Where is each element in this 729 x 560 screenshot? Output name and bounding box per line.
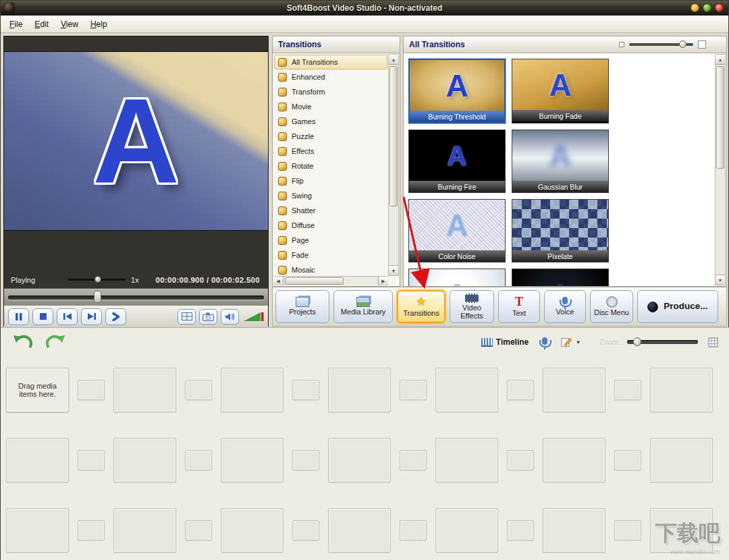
clip-slot[interactable] bbox=[543, 508, 605, 553]
clip-slot[interactable] bbox=[6, 508, 69, 553]
transition-slot[interactable] bbox=[614, 520, 641, 540]
gallery-scroll-thumb[interactable] bbox=[716, 66, 724, 169]
fullscreen-button[interactable] bbox=[178, 309, 196, 325]
category-transform[interactable]: Transform bbox=[274, 84, 387, 99]
gallery-zoom-slider[interactable] bbox=[629, 43, 693, 46]
category-games[interactable]: Games bbox=[274, 114, 387, 129]
scroll-up-icon[interactable]: ▲ bbox=[389, 55, 398, 65]
tab-text[interactable]: TText bbox=[498, 290, 540, 323]
category-h-scrollbar[interactable]: ◀ ▶ bbox=[273, 276, 388, 285]
category-shatter[interactable]: Shatter bbox=[274, 203, 387, 218]
category-puzzle[interactable]: Puzzle bbox=[274, 129, 387, 144]
transition-slot[interactable] bbox=[507, 520, 534, 540]
drag-media-hint[interactable]: Drag media items here. bbox=[6, 368, 69, 412]
clip-slot[interactable] bbox=[435, 368, 498, 412]
clip-slot[interactable] bbox=[543, 368, 605, 412]
menu-help[interactable]: Help bbox=[84, 17, 113, 32]
timeline-toggle-button[interactable]: Timeline bbox=[478, 335, 532, 349]
clip-slot[interactable] bbox=[650, 508, 713, 553]
pause-button[interactable] bbox=[8, 308, 29, 325]
tab-transitions[interactable]: ★Transitions bbox=[397, 290, 446, 323]
transition-slot[interactable] bbox=[185, 450, 212, 470]
transition-slot[interactable] bbox=[185, 520, 212, 540]
close-button[interactable] bbox=[715, 3, 724, 12]
clip-slot[interactable] bbox=[6, 438, 69, 482]
minimize-button[interactable] bbox=[691, 3, 699, 12]
skip-back-button[interactable] bbox=[57, 308, 78, 325]
transition-slot[interactable] bbox=[78, 450, 105, 470]
transition-tile-burning-fade[interactable]: ABurning Fade bbox=[512, 59, 609, 123]
speed-slider-thumb[interactable] bbox=[94, 276, 101, 283]
scroll-right-icon[interactable]: ▶ bbox=[378, 277, 388, 285]
zoom-out-icon[interactable] bbox=[619, 42, 624, 47]
scroll-down-icon[interactable]: ▼ bbox=[716, 275, 725, 285]
category-movie[interactable]: Movie bbox=[274, 99, 387, 114]
redo-button[interactable] bbox=[43, 332, 70, 352]
transition-slot[interactable] bbox=[614, 450, 641, 470]
gallery-zoom-thumb[interactable] bbox=[679, 40, 686, 48]
titlebar[interactable]: Soft4Boost Video Studio - Non-activated bbox=[1, 1, 728, 16]
timeline-zoom-thumb[interactable] bbox=[633, 337, 641, 346]
transition-slot[interactable] bbox=[400, 520, 427, 540]
next-scene-button[interactable] bbox=[105, 308, 126, 325]
category-h-scroll-thumb[interactable] bbox=[285, 277, 344, 285]
tab-voice[interactable]: Voice bbox=[544, 290, 586, 323]
mute-button[interactable] bbox=[221, 309, 239, 325]
transition-slot[interactable] bbox=[292, 450, 319, 470]
transition-slot[interactable] bbox=[292, 380, 319, 400]
scroll-left-icon[interactable]: ◀ bbox=[273, 277, 284, 285]
menu-file[interactable]: File bbox=[3, 17, 28, 32]
dropdown-arrow-icon[interactable]: ▾ bbox=[576, 339, 580, 345]
menu-view[interactable]: View bbox=[55, 17, 84, 32]
clip-slot[interactable] bbox=[543, 438, 605, 482]
clip-slot[interactable] bbox=[328, 368, 391, 412]
tab-projects[interactable]: Projects bbox=[275, 290, 329, 323]
category-scrollbar[interactable]: ▲ ▼ bbox=[388, 54, 399, 276]
transition-slot[interactable] bbox=[400, 380, 427, 400]
timeline-zoom-slider[interactable] bbox=[627, 340, 698, 344]
category-swing[interactable]: Swing bbox=[274, 188, 387, 203]
expand-timeline-button[interactable] bbox=[705, 335, 722, 349]
seek-bar[interactable] bbox=[8, 296, 264, 300]
transition-tile-gaussian-blur[interactable]: AGaussian Blur bbox=[512, 130, 609, 193]
clip-slot[interactable] bbox=[113, 438, 176, 482]
transition-slot[interactable] bbox=[614, 380, 641, 400]
clip-slot[interactable] bbox=[328, 438, 391, 482]
category-all-transitions[interactable]: All Transitions bbox=[274, 55, 387, 69]
tab-video-effects[interactable]: Video Effects bbox=[450, 290, 494, 323]
clip-slot[interactable] bbox=[221, 368, 284, 412]
menu-edit[interactable]: Edit bbox=[28, 17, 55, 32]
skip-forward-button[interactable] bbox=[81, 308, 102, 325]
transition-slot[interactable] bbox=[507, 450, 534, 470]
zoom-in-icon[interactable] bbox=[698, 40, 706, 49]
scroll-down-icon[interactable]: ▼ bbox=[389, 265, 398, 275]
undo-button[interactable] bbox=[9, 332, 36, 352]
clip-slot[interactable] bbox=[435, 508, 498, 553]
clip-slot[interactable] bbox=[221, 508, 284, 553]
category-fade[interactable]: Fade bbox=[274, 248, 387, 262]
tab-disc-menu[interactable]: Disc Menu bbox=[590, 290, 633, 323]
category-enhanced[interactable]: Enhanced bbox=[274, 69, 387, 84]
clip-slot[interactable] bbox=[650, 368, 713, 412]
category-flip[interactable]: Flip bbox=[274, 173, 387, 188]
category-diffuse[interactable]: Diffuse bbox=[274, 218, 387, 233]
tab-produce[interactable]: Produce... bbox=[637, 290, 718, 323]
clip-slot[interactable] bbox=[113, 508, 176, 553]
transition-slot[interactable] bbox=[507, 380, 534, 400]
stop-button[interactable] bbox=[32, 308, 53, 325]
category-page[interactable]: Page bbox=[274, 233, 387, 248]
clip-slot[interactable] bbox=[435, 438, 498, 482]
transition-tile-flash-light[interactable]: AFlash Light bbox=[408, 269, 506, 286]
transition-tile-burning-threshold[interactable]: ABurning Threshold bbox=[408, 59, 506, 123]
record-voice-button[interactable] bbox=[539, 335, 551, 349]
transition-slot[interactable] bbox=[78, 520, 105, 540]
tab-media-library[interactable]: Media Library bbox=[333, 290, 393, 323]
scroll-up-icon[interactable]: ▲ bbox=[716, 55, 725, 65]
clip-slot[interactable] bbox=[221, 438, 284, 482]
category-mosaic[interactable]: Mosaic bbox=[274, 262, 387, 275]
transition-slot[interactable] bbox=[185, 380, 212, 400]
transition-tile-burning-fire[interactable]: ABurning Fire bbox=[408, 130, 506, 193]
draw-button[interactable]: ▾ bbox=[558, 335, 583, 349]
transition-tile-flash-dark[interactable]: AFlash Dark bbox=[512, 269, 609, 286]
transition-slot[interactable] bbox=[292, 520, 319, 540]
